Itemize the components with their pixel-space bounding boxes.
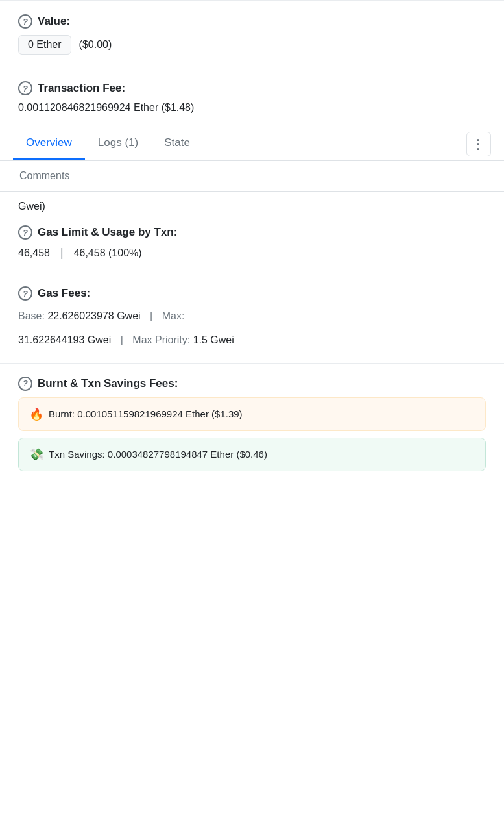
savings-text: Txn Savings: 0.00034827798194847 Ether (… <box>49 447 267 462</box>
gas-limit-value: 46,458 <box>18 247 50 259</box>
burnt-text: Burnt: 0.001051159821969924 Ether ($1.39… <box>49 408 243 419</box>
savings-box: 💸 Txn Savings: 0.00034827798194847 Ether… <box>18 438 486 472</box>
value-label-row: ? Value: <box>18 14 486 29</box>
tab-logs[interactable]: Logs (1) <box>85 127 151 160</box>
value-badge: 0 Ether <box>18 35 71 55</box>
gas-pipe-2: | <box>121 334 123 345</box>
gas-limit-section: ? Gas Limit & Usage by Txn: 46,458 | 46,… <box>0 212 504 273</box>
gas-base-label: Base: <box>18 310 45 321</box>
fee-help-icon[interactable]: ? <box>18 81 32 95</box>
gas-limit-label-row: ? Gas Limit & Usage by Txn: <box>18 225 486 240</box>
gas-fees-row-2: 31.622644193 Gwei | Max Priority: 1.5 Gw… <box>18 331 486 350</box>
gas-max-priority-label: Max Priority: <box>132 334 190 345</box>
gwei-partial-text: Gwei) <box>0 192 504 212</box>
gas-fees-label-row: ? Gas Fees: <box>18 286 486 301</box>
burnt-box: 🔥 Burnt: 0.001051159821969924 Ether ($1.… <box>18 397 486 431</box>
gas-base-value: 22.626023978 Gwei <box>47 310 140 321</box>
value-display: 0 Ether ($0.00) <box>18 35 486 55</box>
value-section: ? Value: 0 Ether ($0.00) <box>0 1 504 68</box>
gas-limit-title: Gas Limit & Usage by Txn: <box>38 226 177 239</box>
tab-overview[interactable]: Overview <box>13 127 85 160</box>
tab-state[interactable]: State <box>151 127 203 160</box>
gas-limit-values: 46,458 | 46,458 (100%) <box>18 246 486 260</box>
fee-section: ? Transaction Fee: 0.001120846821969924 … <box>0 68 504 127</box>
burnt-label-row: ? Burnt & Txn Savings Fees: <box>18 377 486 391</box>
value-help-icon[interactable]: ? <box>18 14 32 29</box>
gas-max-priority-value: 1.5 Gwei <box>193 334 234 345</box>
value-usd: ($0.00) <box>79 39 112 51</box>
gas-fees-title: Gas Fees: <box>38 287 90 300</box>
burnt-help-icon[interactable]: ? <box>18 377 32 391</box>
page-container: ? Value: 0 Ether ($0.00) ? Transaction F… <box>0 0 504 484</box>
gas-usage-value: 46,458 (100%) <box>74 247 142 259</box>
fee-value: 0.001120846821969924 Ether ($1.48) <box>18 102 486 114</box>
burnt-section: ? Burnt & Txn Savings Fees: 🔥 Burnt: 0.0… <box>0 364 504 485</box>
gas-max-label: Max: <box>162 310 185 321</box>
fee-title: Transaction Fee: <box>38 82 125 95</box>
fee-label-row: ? Transaction Fee: <box>18 81 486 95</box>
gas-limit-help-icon[interactable]: ? <box>18 225 32 240</box>
gas-divider: | <box>60 246 64 260</box>
savings-emoji: 💸 <box>29 447 43 462</box>
sub-tab-comments[interactable]: Comments <box>13 161 76 191</box>
more-options-button[interactable]: ⋮ <box>466 132 491 156</box>
value-title: Value: <box>38 15 70 28</box>
tabs-container: Overview Logs (1) State ⋮ <box>0 127 504 161</box>
burnt-title: Burnt & Txn Savings Fees: <box>38 377 178 390</box>
sub-tabs-container: Comments <box>0 161 504 192</box>
gas-pipe-1: | <box>150 310 152 321</box>
gas-fees-row-1: Base: 22.626023978 Gwei | Max: <box>18 307 486 326</box>
gas-fees-help-icon[interactable]: ? <box>18 286 32 301</box>
gas-fees-section: ? Gas Fees: Base: 22.626023978 Gwei | Ma… <box>0 273 504 363</box>
gas-max-value: 31.622644193 Gwei <box>18 334 111 345</box>
burnt-emoji: 🔥 <box>29 407 43 421</box>
